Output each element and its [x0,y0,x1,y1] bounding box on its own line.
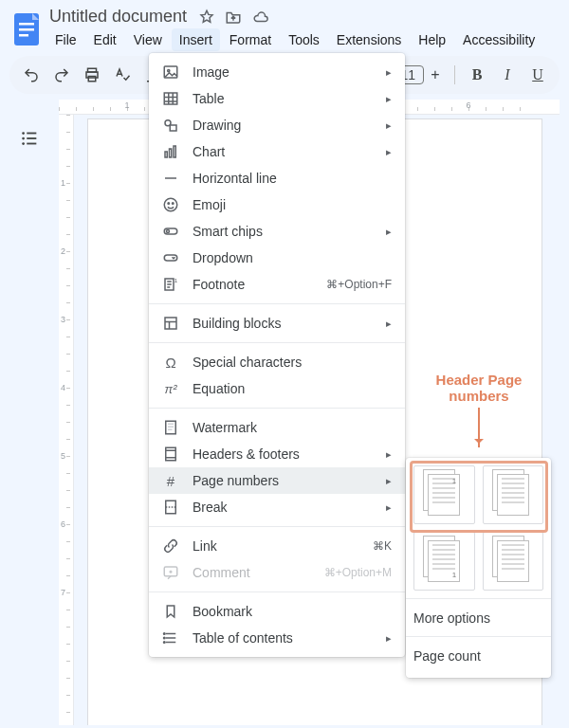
menu-tools[interactable]: Tools [281,28,327,51]
menu-separator [149,526,405,527]
insert-link[interactable]: Link⌘K [149,533,405,559]
svg-point-23 [173,203,174,205]
menu-separator [149,303,405,304]
chevron-right-icon: ▸ [386,146,392,158]
chevron-right-icon: ▸ [386,93,392,105]
annotation-arrow-icon [478,408,480,447]
page-number-footer-right-skip-first[interactable]: 1 [483,532,544,591]
underline-button[interactable]: U [525,63,550,87]
svg-rect-15 [164,93,177,104]
link-icon [162,537,179,555]
svg-rect-32 [166,500,176,514]
svg-point-9 [22,137,25,140]
svg-point-21 [164,198,177,211]
italic-button[interactable]: I [495,63,520,87]
page-numbers-page-count[interactable]: Page count [406,636,551,674]
insert-emoji[interactable]: Emoji [149,191,405,218]
toolbar-separator [454,65,455,84]
insert-special-characters[interactable]: ΩSpecial characters [149,349,405,375]
outline-toggle-icon[interactable] [15,124,44,153]
svg-point-35 [164,637,166,639]
svg-point-7 [22,132,25,135]
break-icon [162,499,179,516]
chevron-right-icon: ▸ [386,318,392,330]
insert-chart[interactable]: Chart▸ [149,138,405,165]
insert-table-of-contents[interactable]: Table of contents▸ [149,625,405,651]
svg-rect-18 [165,152,167,157]
menu-accessibility[interactable]: Accessibility [455,28,542,51]
image-icon [162,64,179,81]
insert-headers-footers[interactable]: Headers & footers▸ [149,441,405,467]
docs-logo[interactable] [9,7,44,52]
insert-table[interactable]: Table▸ [149,85,405,112]
font-size-plus[interactable]: + [426,66,445,83]
svg-rect-19 [170,149,172,157]
spellcheck-icon[interactable] [110,63,135,87]
drawing-icon [162,117,179,134]
svg-rect-1 [19,23,34,26]
redo-icon[interactable] [49,63,74,87]
svg-point-22 [168,203,170,205]
svg-rect-3 [19,34,28,37]
table-icon [162,90,179,107]
footnote-icon: 1 [162,276,179,293]
svg-rect-2 [19,28,34,31]
page-number-header-right-skip-first[interactable]: 1 [483,465,544,524]
omega-icon: Ω [162,354,179,371]
comment-icon [162,564,179,581]
bold-button[interactable]: B [465,63,489,87]
insert-bookmark[interactable]: Bookmark [149,598,405,625]
insert-page-numbers[interactable]: #Page numbers▸ [149,467,405,494]
chevron-right-icon: ▸ [386,66,392,79]
move-icon[interactable] [225,9,242,26]
page-numbers-more-options[interactable]: More options [406,598,551,636]
insert-menu-dropdown: Image▸ Table▸ Drawing▸ Chart▸ Horizontal… [149,53,405,657]
vertical-ruler[interactable]: 1234567 [59,115,74,725]
svg-rect-20 [174,146,175,157]
page-number-footer-right[interactable]: 2 1 [413,532,475,591]
insert-image[interactable]: Image▸ [149,59,405,85]
doc-title[interactable]: Untitled document [47,7,189,27]
insert-smart-chips[interactable]: Smart chips▸ [149,218,405,245]
bookmark-icon [162,603,179,620]
menu-format[interactable]: Format [222,28,279,51]
headers-footers-icon [162,446,179,463]
insert-watermark[interactable]: Watermark [149,414,405,441]
insert-footnote[interactable]: 1Footnote⌘+Option+F [149,271,405,298]
cloud-status-icon[interactable] [251,9,268,26]
chevron-right-icon: ▸ [386,501,392,514]
print-icon[interactable] [80,63,104,87]
menu-extensions[interactable]: Extensions [329,28,409,51]
toc-icon [162,629,179,646]
menu-separator [149,592,405,592]
equation-icon: π² [162,380,179,397]
insert-dropdown[interactable]: Dropdown [149,245,405,271]
insert-horizontal-line[interactable]: Horizontal line [149,165,405,191]
chevron-right-icon: ▸ [386,475,392,487]
star-icon[interactable] [198,9,215,26]
building-blocks-icon [162,315,179,332]
smart-chips-icon [162,223,179,240]
svg-rect-10 [27,137,36,139]
undo-icon[interactable] [19,63,44,87]
page-numbers-submenu: 2 1 1 2 1 1 More options Page count [406,458,551,678]
menu-edit[interactable]: Edit [86,28,124,51]
menu-separator [149,408,405,409]
chevron-right-icon: ▸ [386,632,392,645]
menu-help[interactable]: Help [411,28,453,51]
menu-separator [149,342,405,343]
insert-break[interactable]: Break▸ [149,494,405,520]
menu-insert[interactable]: Insert [172,28,220,51]
chart-icon [162,143,179,160]
menu-view[interactable]: View [126,28,170,51]
chevron-right-icon: ▸ [386,226,392,238]
svg-point-34 [164,633,166,635]
insert-equation[interactable]: π²Equation [149,375,405,402]
svg-rect-8 [27,133,36,135]
insert-building-blocks[interactable]: Building blocks▸ [149,310,405,337]
page-number-header-right[interactable]: 2 1 [413,465,475,524]
menu-file[interactable]: File [47,28,84,51]
annotation-label: Header Page numbers [410,372,548,447]
insert-drawing[interactable]: Drawing▸ [149,112,405,138]
svg-rect-31 [166,447,176,461]
